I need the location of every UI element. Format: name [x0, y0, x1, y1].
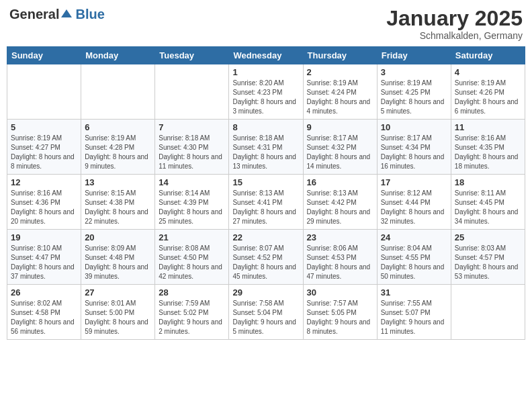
calendar-week-row: 19Sunrise: 8:10 AM Sunset: 4:47 PM Dayli…: [7, 230, 525, 285]
day-number: 3: [381, 67, 447, 77]
day-header-wednesday: Wednesday: [229, 47, 303, 64]
calendar-week-row: 12Sunrise: 8:16 AM Sunset: 4:36 PM Dayli…: [7, 175, 525, 230]
calendar-cell: [451, 285, 525, 340]
day-info: Sunrise: 8:16 AM Sunset: 4:35 PM Dayligh…: [455, 134, 521, 171]
calendar-cell: 26Sunrise: 8:02 AM Sunset: 4:58 PM Dayli…: [7, 285, 81, 340]
day-info: Sunrise: 8:08 AM Sunset: 4:50 PM Dayligh…: [159, 244, 225, 281]
day-number: 17: [381, 177, 447, 187]
day-info: Sunrise: 8:16 AM Sunset: 4:36 PM Dayligh…: [11, 189, 77, 226]
day-number: 2: [307, 67, 373, 77]
calendar-cell: 1Sunrise: 8:20 AM Sunset: 4:23 PM Daylig…: [229, 64, 303, 120]
day-number: 9: [307, 122, 373, 132]
calendar-cell: 31Sunrise: 7:55 AM Sunset: 5:07 PM Dayli…: [377, 285, 451, 340]
day-info: Sunrise: 8:19 AM Sunset: 4:24 PM Dayligh…: [307, 79, 373, 116]
day-number: 7: [159, 122, 225, 132]
calendar-cell: 27Sunrise: 8:01 AM Sunset: 5:00 PM Dayli…: [81, 285, 155, 340]
day-info: Sunrise: 8:13 AM Sunset: 4:41 PM Dayligh…: [232, 189, 299, 226]
calendar-cell: 24Sunrise: 8:04 AM Sunset: 4:55 PM Dayli…: [377, 230, 451, 285]
calendar-cell: 29Sunrise: 7:58 AM Sunset: 5:04 PM Dayli…: [229, 285, 303, 340]
calendar-cell: 19Sunrise: 8:10 AM Sunset: 4:47 PM Dayli…: [7, 230, 81, 285]
day-info: Sunrise: 8:03 AM Sunset: 4:57 PM Dayligh…: [455, 244, 521, 281]
calendar-cell: 30Sunrise: 7:57 AM Sunset: 5:05 PM Dayli…: [303, 285, 377, 340]
calendar-cell: 20Sunrise: 8:09 AM Sunset: 4:48 PM Dayli…: [81, 230, 155, 285]
calendar-cell: 7Sunrise: 8:18 AM Sunset: 4:30 PM Daylig…: [155, 120, 229, 175]
day-header-thursday: Thursday: [303, 47, 377, 64]
calendar-week-row: 1Sunrise: 8:20 AM Sunset: 4:23 PM Daylig…: [7, 64, 525, 120]
calendar-cell: 3Sunrise: 8:19 AM Sunset: 4:25 PM Daylig…: [377, 64, 451, 120]
day-info: Sunrise: 8:18 AM Sunset: 4:30 PM Dayligh…: [159, 134, 225, 171]
calendar-cell: 12Sunrise: 8:16 AM Sunset: 4:36 PM Dayli…: [7, 175, 81, 230]
calendar-header-row: SundayMondayTuesdayWednesdayThursdayFrid…: [7, 47, 525, 64]
day-info: Sunrise: 8:01 AM Sunset: 5:00 PM Dayligh…: [85, 299, 151, 336]
calendar-cell: 15Sunrise: 8:13 AM Sunset: 4:41 PM Dayli…: [229, 175, 303, 230]
calendar-cell: 14Sunrise: 8:14 AM Sunset: 4:39 PM Dayli…: [155, 175, 229, 230]
day-info: Sunrise: 8:13 AM Sunset: 4:42 PM Dayligh…: [307, 189, 373, 226]
calendar-cell: 17Sunrise: 8:12 AM Sunset: 4:44 PM Dayli…: [377, 175, 451, 230]
day-number: 4: [455, 67, 521, 77]
day-info: Sunrise: 8:15 AM Sunset: 4:38 PM Dayligh…: [85, 189, 151, 226]
day-info: Sunrise: 7:59 AM Sunset: 5:02 PM Dayligh…: [159, 299, 225, 336]
day-header-friday: Friday: [377, 47, 451, 64]
day-info: Sunrise: 8:17 AM Sunset: 4:34 PM Dayligh…: [381, 134, 447, 171]
calendar-cell: [81, 64, 155, 120]
day-info: Sunrise: 7:58 AM Sunset: 5:04 PM Dayligh…: [232, 299, 299, 336]
day-number: 5: [11, 122, 77, 132]
calendar-cell: 28Sunrise: 7:59 AM Sunset: 5:02 PM Dayli…: [155, 285, 229, 340]
day-number: 20: [85, 232, 151, 242]
title-block: January 2025 Schmalkalden, Germany: [386, 7, 523, 41]
calendar-table: SundayMondayTuesdayWednesdayThursdayFrid…: [7, 46, 525, 340]
day-number: 10: [381, 122, 447, 132]
day-number: 12: [11, 177, 77, 187]
day-info: Sunrise: 8:11 AM Sunset: 4:45 PM Dayligh…: [455, 189, 521, 226]
day-number: 29: [232, 287, 299, 298]
calendar-cell: 22Sunrise: 8:07 AM Sunset: 4:52 PM Dayli…: [229, 230, 303, 285]
day-info: Sunrise: 8:19 AM Sunset: 4:26 PM Dayligh…: [455, 79, 521, 116]
day-header-monday: Monday: [81, 47, 155, 64]
day-number: 6: [85, 122, 151, 132]
day-number: 19: [11, 232, 77, 242]
calendar-cell: 9Sunrise: 8:17 AM Sunset: 4:32 PM Daylig…: [303, 120, 377, 175]
calendar-cell: [7, 64, 81, 120]
day-info: Sunrise: 8:07 AM Sunset: 4:52 PM Dayligh…: [232, 244, 299, 281]
day-number: 8: [232, 122, 299, 132]
calendar-cell: 16Sunrise: 8:13 AM Sunset: 4:42 PM Dayli…: [303, 175, 377, 230]
day-number: 16: [307, 177, 373, 187]
logo-icon: [60, 8, 73, 21]
day-info: Sunrise: 8:18 AM Sunset: 4:31 PM Dayligh…: [232, 134, 299, 171]
calendar-cell: 23Sunrise: 8:06 AM Sunset: 4:53 PM Dayli…: [303, 230, 377, 285]
day-header-sunday: Sunday: [7, 47, 81, 64]
day-info: Sunrise: 7:55 AM Sunset: 5:07 PM Dayligh…: [381, 299, 447, 336]
day-info: Sunrise: 8:20 AM Sunset: 4:23 PM Dayligh…: [232, 79, 299, 116]
calendar-cell: [155, 64, 229, 120]
day-number: 21: [159, 232, 225, 242]
day-header-saturday: Saturday: [451, 47, 525, 64]
day-info: Sunrise: 8:10 AM Sunset: 4:47 PM Dayligh…: [11, 244, 77, 281]
day-info: Sunrise: 8:06 AM Sunset: 4:53 PM Dayligh…: [307, 244, 373, 281]
day-number: 28: [159, 287, 225, 298]
day-number: 18: [455, 177, 521, 187]
logo: General Blue: [9, 7, 105, 22]
day-header-tuesday: Tuesday: [155, 47, 229, 64]
day-info: Sunrise: 8:02 AM Sunset: 4:58 PM Dayligh…: [11, 299, 77, 336]
page-header: General Blue January 2025 Schmalkalden, …: [7, 7, 525, 41]
calendar-cell: 4Sunrise: 8:19 AM Sunset: 4:26 PM Daylig…: [451, 64, 525, 120]
day-info: Sunrise: 8:12 AM Sunset: 4:44 PM Dayligh…: [381, 189, 447, 226]
day-number: 23: [307, 232, 373, 242]
calendar-cell: 25Sunrise: 8:03 AM Sunset: 4:57 PM Dayli…: [451, 230, 525, 285]
calendar-cell: 5Sunrise: 8:19 AM Sunset: 4:27 PM Daylig…: [7, 120, 81, 175]
day-info: Sunrise: 8:09 AM Sunset: 4:48 PM Dayligh…: [85, 244, 151, 281]
day-number: 15: [232, 177, 299, 187]
day-number: 25: [455, 232, 521, 242]
calendar-cell: 6Sunrise: 8:19 AM Sunset: 4:28 PM Daylig…: [81, 120, 155, 175]
day-info: Sunrise: 8:17 AM Sunset: 4:32 PM Dayligh…: [307, 134, 373, 171]
logo-blue: Blue: [75, 7, 104, 22]
location-subtitle: Schmalkalden, Germany: [386, 30, 523, 41]
day-number: 13: [85, 177, 151, 187]
svg-marker-0: [61, 9, 72, 17]
calendar-cell: 10Sunrise: 8:17 AM Sunset: 4:34 PM Dayli…: [377, 120, 451, 175]
calendar-cell: 2Sunrise: 8:19 AM Sunset: 4:24 PM Daylig…: [303, 64, 377, 120]
day-number: 30: [307, 287, 373, 298]
day-number: 24: [381, 232, 447, 242]
day-number: 27: [85, 287, 151, 298]
day-info: Sunrise: 8:19 AM Sunset: 4:27 PM Dayligh…: [11, 134, 77, 171]
